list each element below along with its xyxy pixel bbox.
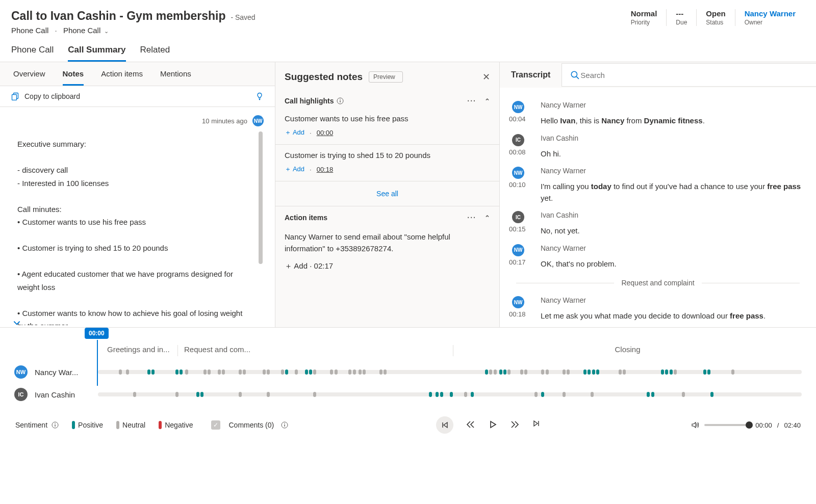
playhead-time: 00:00 <box>85 328 109 339</box>
separator-dot: · <box>55 26 57 35</box>
transcript-time: 00:18 <box>509 308 539 318</box>
header-cell-label: Due <box>676 19 687 26</box>
transcript-divider: Request and complaint <box>509 279 807 287</box>
search-icon <box>570 70 579 79</box>
chevron-up-icon[interactable]: ⌃ <box>484 97 490 105</box>
avatar: NW <box>14 365 28 379</box>
subtab-notes[interactable]: Notes <box>63 69 84 86</box>
action-items-heading: Action items <box>285 214 327 222</box>
add-button[interactable]: ＋ Add <box>285 165 304 174</box>
transcript-text: I'm calling you today to find out if you… <box>541 181 807 204</box>
speaker-name: Nancy Warner <box>541 167 807 179</box>
tab-related[interactable]: Related <box>140 45 170 62</box>
header-cell-value: --- <box>676 9 687 18</box>
avatar: NW <box>512 296 524 308</box>
avatar: IC <box>512 134 524 146</box>
transcript-time: 00:15 <box>509 223 539 233</box>
sentiment-label: Sentiment <box>15 421 47 429</box>
volume-icon[interactable] <box>691 421 699 429</box>
saved-indicator: - Saved <box>231 13 255 21</box>
svg-line-9 <box>577 76 579 79</box>
scrollbar[interactable] <box>259 131 263 264</box>
svg-rect-7 <box>340 100 341 102</box>
transcript-text: Hello Ivan, this is Nancy from Dynamic f… <box>541 115 807 127</box>
header-cell-label: Priority <box>631 19 657 26</box>
transcript-heading: Transcript <box>500 62 562 88</box>
speaker-track[interactable] <box>98 370 802 374</box>
avatar: NW <box>512 244 524 256</box>
avatar: IC <box>512 211 524 223</box>
segment-label: Greetings and in... <box>101 345 177 356</box>
close-icon[interactable]: ✕ <box>482 71 490 83</box>
speaker-track[interactable] <box>98 392 802 396</box>
action-item-text: Nancy Warner to send email about "some h… <box>285 231 490 255</box>
tab-phone-call[interactable]: Phone Call <box>11 45 54 62</box>
speaker-name: Nancy Warner <box>541 101 807 113</box>
svg-point-6 <box>340 99 341 100</box>
comments-label: Comments (0) <box>228 421 274 429</box>
search-input[interactable] <box>579 70 808 80</box>
skip-start-button[interactable] <box>436 416 453 434</box>
svg-rect-12 <box>55 425 55 427</box>
transcript-text: OK, that's no problem. <box>541 258 807 270</box>
tab-call-summary[interactable]: Call Summary <box>68 45 125 62</box>
chevron-down-icon: ⌄ <box>103 28 109 34</box>
info-icon[interactable] <box>337 97 344 104</box>
note-age: 10 minutes ago <box>202 117 247 125</box>
see-all-link[interactable]: See all <box>275 181 499 206</box>
time-current: 00:00 <box>755 421 772 429</box>
add-button[interactable]: ＋ Add <box>285 261 308 270</box>
transcript-time: 00:08 <box>509 146 539 156</box>
avatar: NW <box>512 101 524 113</box>
legend-positive: Positive <box>72 421 103 429</box>
subtab-action-items[interactable]: Action items <box>101 69 143 86</box>
timestamp-link[interactable]: 00:00 <box>317 129 334 137</box>
speaker-name: Ivan Cashin <box>35 390 91 399</box>
form-selector[interactable]: Phone Call ⌄ <box>63 26 109 35</box>
time-duration: 02:40 <box>784 421 801 429</box>
segment-label: Closing <box>453 345 802 356</box>
header-cell-label: Status <box>706 19 725 26</box>
subtab-mentions[interactable]: Mentions <box>160 69 191 86</box>
header-cell-value[interactable]: Nancy Warner <box>745 9 796 18</box>
lightbulb-icon[interactable] <box>256 92 264 100</box>
subtab-overview[interactable]: Overview <box>13 69 45 86</box>
speaker-name: Nancy Warner <box>541 296 807 308</box>
volume-slider[interactable] <box>704 424 750 426</box>
copy-to-clipboard-button[interactable]: Copy to clipboard <box>11 92 80 100</box>
forward-button[interactable] <box>511 420 521 430</box>
transcript-time: 00:17 <box>509 256 539 266</box>
legend-neutral: Neutral <box>116 421 145 429</box>
transcript-text: No, not yet. <box>541 225 807 237</box>
transcript-time: 00:04 <box>509 113 539 123</box>
add-button[interactable]: ＋ Add <box>285 128 304 137</box>
rewind-button[interactable] <box>466 420 476 430</box>
skip-end-button[interactable] <box>533 420 543 430</box>
avatar: IC <box>14 388 28 401</box>
more-icon[interactable]: ··· <box>467 214 476 222</box>
comments-checkbox[interactable]: ✓ <box>211 420 220 430</box>
time-sep: / <box>777 421 779 429</box>
svg-point-11 <box>55 423 56 424</box>
speaker-name: Nancy War... <box>35 368 91 377</box>
highlight-text: Customer is trying to shed 15 to 20 poun… <box>285 151 490 160</box>
info-icon[interactable] <box>52 421 59 429</box>
segment-label: Request and com... <box>177 345 453 356</box>
transcript-search[interactable] <box>562 63 816 87</box>
header-cell-label: Owner <box>745 19 796 26</box>
suggested-notes-title: Suggested notes <box>285 71 363 83</box>
note-body: Executive summary: - discovery call- Int… <box>0 126 275 325</box>
more-icon[interactable]: ··· <box>467 97 476 105</box>
play-button[interactable] <box>488 420 498 430</box>
copy-icon <box>11 92 19 100</box>
timestamp-link[interactable]: 00:18 <box>317 166 334 173</box>
avatar: NW <box>512 167 524 179</box>
chevron-up-icon[interactable]: ⌃ <box>484 214 490 222</box>
svg-point-14 <box>284 423 285 424</box>
timestamp-link[interactable]: 02:17 <box>314 261 334 270</box>
speaker-name: Ivan Cashin <box>541 211 807 223</box>
info-icon[interactable] <box>281 421 288 429</box>
expand-toggle[interactable] <box>12 318 21 327</box>
entity-name: Phone Call <box>11 26 48 35</box>
svg-rect-1 <box>12 95 17 100</box>
